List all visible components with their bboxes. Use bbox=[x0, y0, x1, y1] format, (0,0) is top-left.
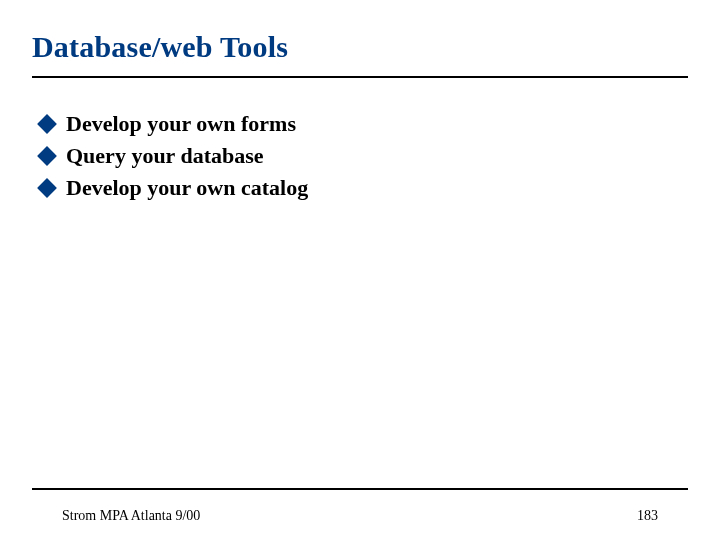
diamond-icon bbox=[37, 146, 57, 166]
list-item: Develop your own forms bbox=[40, 108, 688, 140]
footer: Strom MPA Atlanta 9/00 183 bbox=[32, 508, 688, 524]
list-item-label: Develop your own forms bbox=[66, 108, 296, 140]
bullet-list: Develop your own forms Query your databa… bbox=[40, 108, 688, 204]
footer-left-text: Strom MPA Atlanta 9/00 bbox=[62, 508, 200, 524]
diamond-icon bbox=[37, 114, 57, 134]
footer-divider bbox=[32, 488, 688, 490]
list-item: Develop your own catalog bbox=[40, 172, 688, 204]
list-item: Query your database bbox=[40, 140, 688, 172]
diamond-icon bbox=[37, 178, 57, 198]
page-number: 183 bbox=[637, 508, 658, 524]
list-item-label: Develop your own catalog bbox=[66, 172, 308, 204]
list-item-label: Query your database bbox=[66, 140, 264, 172]
slide-title: Database/web Tools bbox=[32, 30, 688, 78]
slide: Database/web Tools Develop your own form… bbox=[0, 0, 720, 540]
